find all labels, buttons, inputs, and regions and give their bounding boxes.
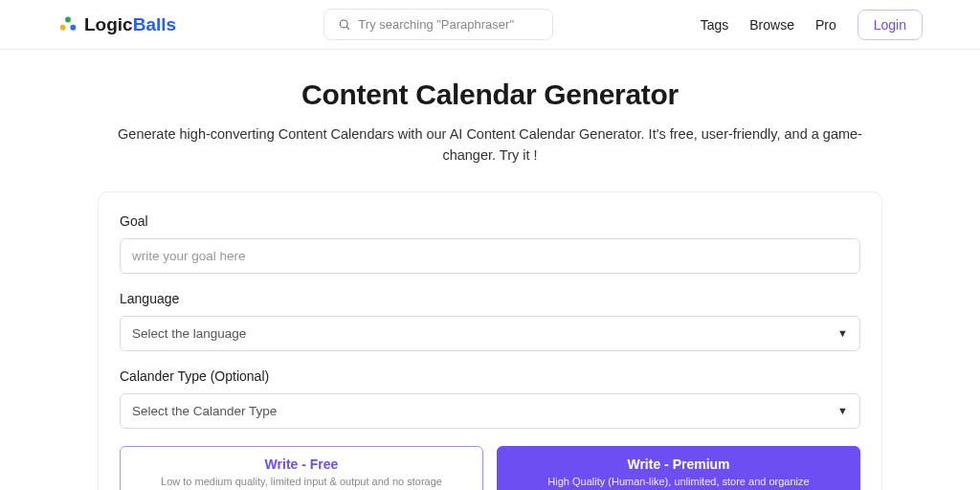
chevron-down-icon: ▼ (837, 327, 848, 339)
chevron-down-icon: ▼ (837, 405, 848, 416)
svg-line-4 (346, 27, 349, 30)
brand-second: Balls (133, 14, 176, 34)
nav-pro[interactable]: Pro (815, 17, 836, 33)
action-row: Write - Free Low to medium quality, limi… (120, 446, 860, 491)
nav-tags[interactable]: Tags (701, 17, 729, 33)
nav: Tags Browse Pro Login (701, 10, 923, 40)
page-title: Content Calendar Generator (98, 78, 882, 111)
write-premium-title: Write - Premium (505, 457, 852, 472)
calendar-type-label: Calander Type (Optional) (120, 368, 860, 384)
search-icon (338, 17, 350, 32)
calendar-type-select[interactable]: Select the Calander Type ▼ (120, 393, 860, 429)
brand-first: Logic (84, 14, 133, 34)
write-free-button[interactable]: Write - Free Low to medium quality, limi… (120, 446, 483, 491)
search-box[interactable] (323, 9, 553, 40)
svg-point-2 (70, 24, 76, 30)
form-card: Goal Language Select the language ▼ Cala… (98, 191, 882, 491)
brand-logo[interactable]: LogicBalls (57, 14, 176, 35)
write-free-sub: Low to medium quality, limited input & o… (128, 476, 475, 487)
goal-input[interactable] (132, 249, 848, 263)
goal-label: Goal (120, 213, 860, 229)
page-subtitle: Generate high-converting Content Calenda… (98, 124, 882, 167)
svg-point-0 (65, 16, 71, 22)
write-premium-sub: High Quality (Human-like), unlimited, st… (505, 476, 852, 487)
calendar-selected: Select the Calander Type (132, 404, 277, 418)
main-container: Content Calendar Generator Generate high… (78, 78, 902, 490)
write-free-title: Write - Free (128, 457, 475, 472)
goal-input-wrap[interactable] (120, 238, 860, 274)
logo-icon (57, 14, 78, 35)
search-wrap (323, 9, 553, 40)
language-label: Language (120, 291, 860, 306)
login-button[interactable]: Login (858, 10, 923, 40)
nav-browse[interactable]: Browse (749, 17, 794, 33)
language-select[interactable]: Select the language ▼ (120, 316, 860, 351)
write-premium-button[interactable]: Write - Premium High Quality (Human-like… (497, 446, 860, 491)
svg-point-1 (60, 24, 66, 30)
search-input[interactable] (358, 17, 539, 32)
language-selected: Select the language (132, 326, 246, 341)
header-bar: LogicBalls Tags Browse Pro Login (0, 0, 980, 50)
svg-point-3 (340, 20, 347, 28)
